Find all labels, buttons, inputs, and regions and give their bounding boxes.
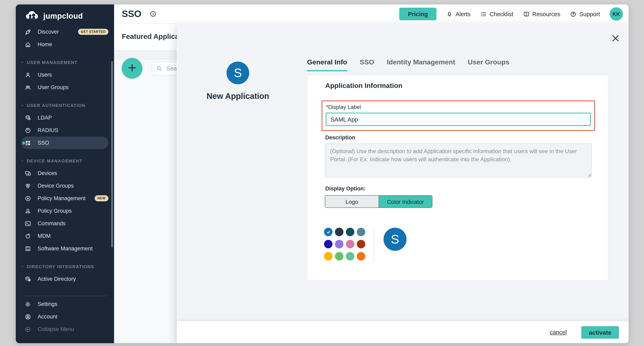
toggle-logo[interactable]: Logo xyxy=(325,196,378,208)
sidebar-item-active-directory[interactable]: Active Directory xyxy=(16,273,114,285)
tab-user-groups[interactable]: User Groups xyxy=(468,58,509,71)
pricing-button[interactable]: Pricing xyxy=(399,8,436,20)
sidebar-divider xyxy=(25,296,107,296)
sidebar-item-home[interactable]: Home xyxy=(16,38,114,51)
color-swatch[interactable] xyxy=(357,252,365,261)
sidebar-scrollbar[interactable] xyxy=(111,61,113,248)
palette-divider xyxy=(374,227,374,262)
sidebar-item-account[interactable]: Account xyxy=(16,310,114,323)
sidebar-item-radius[interactable]: RADIUS xyxy=(16,124,114,136)
color-swatch[interactable] xyxy=(346,240,354,248)
color-palette xyxy=(324,228,365,261)
sidebar-item-devices[interactable]: Devices xyxy=(16,167,114,180)
policy-groups-icon xyxy=(25,208,31,214)
new-application-avatar: S xyxy=(226,62,249,84)
sidebar-badge: GET STARTED xyxy=(78,29,108,35)
featured-applications-heading: Featured Applica xyxy=(122,32,179,41)
color-preview-avatar: S xyxy=(384,228,406,251)
tab-identity-management[interactable]: Identity Management xyxy=(387,58,455,71)
sidebar-item-software-management[interactable]: Software Management xyxy=(16,242,114,255)
check-icon xyxy=(326,230,331,234)
sidebar-item-user-groups[interactable]: User Groups xyxy=(16,81,114,94)
modal-tabs: General Info SSO Identity Management Use… xyxy=(307,58,509,71)
alerts-button[interactable]: Alerts xyxy=(446,11,470,17)
modal-footer: cancel activate xyxy=(177,321,629,343)
tab-sso[interactable]: SSO xyxy=(360,58,374,71)
bell-icon xyxy=(446,11,453,17)
search-icon xyxy=(156,65,162,72)
sidebar-item-policy-groups[interactable]: Policy Groups xyxy=(16,205,114,217)
user-avatar[interactable]: KK xyxy=(610,7,623,21)
resources-button[interactable]: Resources xyxy=(523,11,560,17)
book-icon xyxy=(523,11,530,17)
jumpcloud-logo[interactable]: jumpcloud xyxy=(16,5,114,22)
description-label: Description xyxy=(325,134,355,141)
logo-wordmark: jumpcloud xyxy=(43,12,83,21)
apple-icon xyxy=(25,233,31,239)
jumpcloud-admin-window: jumpcloud DiscoverGET STARTEDHomeUSER MA… xyxy=(16,5,629,343)
sidebar-section-user-authentication[interactable]: USER AUTHENTICATION xyxy=(16,99,114,111)
chevron-down-icon xyxy=(20,60,24,64)
display-label-label: *Display Label xyxy=(326,104,361,110)
close-button[interactable] xyxy=(610,34,620,44)
terminal-icon xyxy=(25,220,31,227)
sso-grid-icon xyxy=(25,139,31,146)
cancel-button[interactable]: cancel xyxy=(547,328,569,336)
info-icon[interactable] xyxy=(150,11,156,18)
sidebar-item-policy-management[interactable]: Policy ManagementNEW xyxy=(16,192,114,205)
chevron-down-icon xyxy=(20,265,24,269)
color-swatch-selected[interactable] xyxy=(324,228,332,236)
color-swatch[interactable] xyxy=(346,228,354,236)
topbar: SSO Pricing Alerts Checklist Resources xyxy=(114,5,629,24)
sidebar-item-discover[interactable]: DiscoverGET STARTED xyxy=(16,26,114,38)
sidebar-section-user-management[interactable]: USER MANAGEMENT xyxy=(16,56,114,68)
sidebar-item-commands[interactable]: Commands xyxy=(16,217,114,230)
sidebar-item-settings[interactable]: Settings xyxy=(16,298,114,310)
account-icon xyxy=(25,313,31,320)
tab-general-info[interactable]: General Info xyxy=(307,58,347,71)
card-title: Application Information xyxy=(325,82,402,90)
policy-management-icon xyxy=(25,195,31,202)
software-icon xyxy=(25,245,31,252)
sidebar-item-mdm[interactable]: MDM xyxy=(16,230,114,242)
sidebar-item-users[interactable]: Users xyxy=(16,68,114,81)
checklist-icon xyxy=(480,11,487,17)
add-application-button[interactable] xyxy=(122,58,142,79)
checklist-button[interactable]: Checklist xyxy=(480,11,513,17)
display-option-toggle: Logo Color Indicator xyxy=(325,195,432,208)
chevron-down-icon xyxy=(20,103,24,107)
chevron-down-icon xyxy=(20,159,24,163)
gear-icon xyxy=(25,301,31,307)
activate-button[interactable]: activate xyxy=(581,326,619,338)
desktop-frame: jumpcloud DiscoverGET STARTEDHomeUSER MA… xyxy=(0,0,644,346)
toggle-color-indicator[interactable]: Color Indicator xyxy=(378,196,432,208)
color-swatch[interactable] xyxy=(335,240,344,248)
support-button[interactable]: Support xyxy=(570,11,600,17)
device-groups-icon xyxy=(25,183,31,189)
color-swatch[interactable] xyxy=(324,240,332,248)
user-icon xyxy=(25,72,31,78)
jumpcloud-cloud-icon xyxy=(24,10,40,22)
description-textarea[interactable] xyxy=(325,143,592,178)
sidebar-item-collapse-menu[interactable]: Collapse Menu xyxy=(16,323,114,335)
active-directory-icon xyxy=(25,276,31,282)
display-label-input[interactable] xyxy=(326,113,591,126)
radius-icon xyxy=(25,127,31,133)
devices-icon xyxy=(25,170,31,177)
display-label-highlight-box: *Display Label xyxy=(322,100,595,131)
plus-icon xyxy=(127,63,137,74)
color-swatch[interactable] xyxy=(324,252,332,261)
display-option-label: Display Option: xyxy=(325,186,366,192)
sidebar-item-ldap[interactable]: LDAP xyxy=(16,111,114,124)
color-swatch[interactable] xyxy=(357,240,365,248)
sidebar-section-device-management[interactable]: DEVICE MANAGEMENT xyxy=(16,155,114,167)
color-swatch[interactable] xyxy=(357,228,365,236)
color-swatch[interactable] xyxy=(335,228,344,236)
color-swatch[interactable] xyxy=(346,252,354,261)
sidebar: jumpcloud DiscoverGET STARTEDHomeUSER MA… xyxy=(16,5,114,343)
sidebar-item-sso[interactable]: SSO xyxy=(21,136,108,149)
user-group-icon xyxy=(25,84,31,91)
sidebar-section-directory-integrations[interactable]: DIRECTORY INTEGRATIONS xyxy=(16,261,114,273)
color-swatch[interactable] xyxy=(335,252,344,261)
sidebar-item-device-groups[interactable]: Device Groups xyxy=(16,180,114,192)
